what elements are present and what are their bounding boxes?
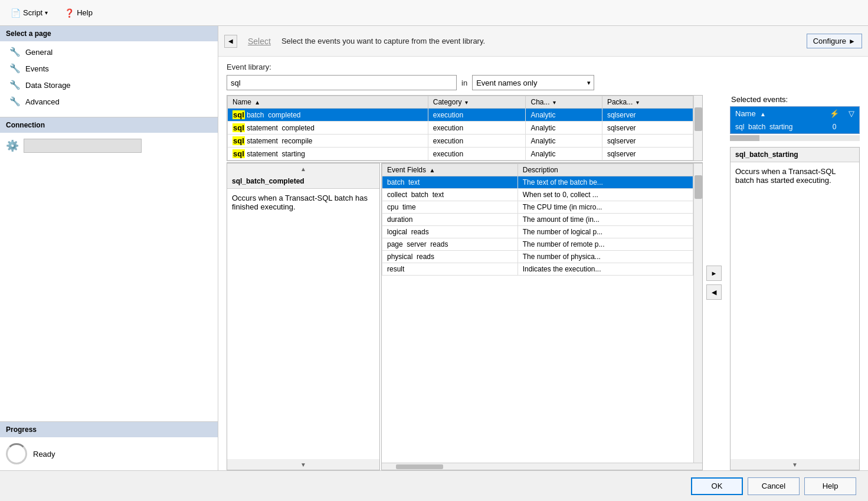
- connection-content: ⚙️: [0, 133, 218, 159]
- script-dropdown-icon[interactable]: ▾: [45, 9, 48, 16]
- fields-row[interactable]: result Indicates the execution...: [382, 263, 693, 276]
- sql-highlight: sql: [232, 149, 245, 158]
- selected-col-name[interactable]: Name ▲: [731, 107, 825, 120]
- fields-row[interactable]: collect batch text When set to 0, collec…: [382, 189, 693, 201]
- event-table-scroll-thumb[interactable]: [695, 107, 702, 131]
- fields-row[interactable]: page server reads The number of remote p…: [382, 238, 693, 251]
- fields-scrollbar-thumb[interactable]: [396, 464, 443, 469]
- in-label: in: [461, 78, 467, 87]
- configure-button[interactable]: Configure ►: [807, 34, 862, 48]
- main-split: Name ▲ Category ▾ Cha... ▾ Packa... ▾ sq…: [227, 95, 860, 470]
- back-button[interactable]: ◀: [224, 35, 237, 48]
- selected-scrollbar[interactable]: [730, 135, 860, 141]
- event-detail-name: sql_batch_completed: [227, 174, 379, 189]
- help-button[interactable]: ❓ Help: [61, 6, 96, 19]
- content-topbar: ◀ Select Select the events you want to c…: [218, 26, 868, 57]
- sql-highlight: sql: [232, 136, 245, 145]
- selected-event-name: sql_batch_starting: [731, 148, 859, 162]
- sql-highlight: sql: [232, 123, 245, 132]
- sidebar-item-advanced[interactable]: 🔧 Advanced: [0, 93, 218, 110]
- fields-scroll-thumb[interactable]: [695, 175, 702, 199]
- table-row[interactable]: sql batch completed execution Analytic s…: [228, 109, 693, 122]
- scroll-up-btn[interactable]: ▲: [227, 163, 379, 174]
- search-input[interactable]: [227, 75, 457, 90]
- col-channel[interactable]: Cha... ▾: [526, 96, 602, 109]
- fields-row[interactable]: cpu time The CPU time (in micro...: [382, 201, 693, 214]
- left-panel: Name ▲ Category ▾ Cha... ▾ Packa... ▾ sq…: [227, 95, 703, 470]
- event-library-area: Event library: in Event names only Event…: [218, 57, 868, 470]
- events-icon: 🔧: [9, 63, 21, 74]
- progress-title: Progress: [0, 422, 218, 437]
- fields-table-scrollbar[interactable]: [693, 163, 702, 463]
- selected-events-label: Selected events:: [730, 95, 860, 104]
- fields-row[interactable]: logical reads The number of logical p...: [382, 226, 693, 238]
- filter-icon: ▽: [849, 109, 854, 118]
- main-area: Select a page 🔧 General 🔧 Events 🔧 Data …: [0, 26, 868, 470]
- sidebar-item-datastorage[interactable]: 🔧 Data Storage: [0, 77, 218, 93]
- selected-event-desc: Occurs when a Transact-SQL batch has sta…: [731, 162, 859, 459]
- connection-title: Connection: [0, 117, 218, 133]
- fields-table: Event Fields ▲ Description batch text T: [382, 163, 693, 276]
- sidebar-item-label-general: General: [25, 48, 53, 57]
- toolbar: 📄 Script ▾ ❓ Help: [0, 0, 868, 26]
- filter-select-wrapper: Event names only Event names and descrip…: [472, 75, 594, 90]
- selected-scroll-down-btn[interactable]: ▼: [731, 459, 859, 470]
- sidebar-item-events[interactable]: 🔧 Events: [0, 60, 218, 77]
- help-icon: ❓: [64, 8, 74, 18]
- table-row[interactable]: sql statement starting execution Analyti…: [228, 148, 693, 161]
- event-fields-panel: Event Fields ▲ Description batch text T: [381, 163, 703, 470]
- advanced-icon: 🔧: [9, 96, 21, 107]
- arrow-left-button[interactable]: ◀: [706, 284, 722, 300]
- selected-col-filter[interactable]: ▽: [844, 107, 859, 120]
- table-row[interactable]: sql statement completed execution Analyt…: [228, 122, 693, 135]
- script-label: Script: [23, 8, 42, 17]
- description-text: Select the events you want to capture fr…: [281, 37, 801, 45]
- event-library-label: Event library:: [227, 63, 860, 71]
- connection-input: [24, 139, 142, 153]
- event-detail: ▲ sql_batch_completed Occurs when a Tran…: [227, 163, 380, 470]
- bolt-icon: ⚡: [830, 109, 839, 118]
- general-icon: 🔧: [9, 47, 21, 57]
- event-detail-content: Occurs when a Transact-SQL batch has fin…: [227, 189, 379, 459]
- content-area: ◀ Select Select the events you want to c…: [218, 26, 868, 470]
- col-name[interactable]: Name ▲: [228, 96, 428, 109]
- select-label[interactable]: Select: [243, 34, 276, 48]
- selected-event-row[interactable]: sql batch starting 0: [731, 120, 859, 133]
- selected-scrollbar-thumb[interactable]: [730, 135, 759, 141]
- progress-section: Progress Ready: [0, 421, 218, 470]
- event-table-scrollbar[interactable]: [693, 96, 702, 161]
- sql-highlight: sql: [232, 110, 245, 119]
- col-category[interactable]: Category ▾: [428, 96, 526, 109]
- sidebar-item-label-events: Events: [25, 64, 49, 73]
- fields-row[interactable]: batch text The text of the batch be...: [382, 176, 693, 189]
- footer-help-button[interactable]: Help: [804, 477, 856, 495]
- connection-section: Connection ⚙️: [0, 117, 218, 159]
- filter-select[interactable]: Event names only Event names and descrip…: [472, 75, 594, 90]
- fields-horizontal-scrollbar[interactable]: [382, 463, 702, 470]
- search-row: in Event names only Event names and desc…: [227, 75, 860, 90]
- sidebar: Select a page 🔧 General 🔧 Events 🔧 Data …: [0, 26, 218, 470]
- arrow-right-button[interactable]: ►: [706, 266, 722, 281]
- fields-col-name[interactable]: Event Fields ▲: [382, 164, 518, 176]
- sidebar-item-label-datastorage: Data Storage: [25, 81, 71, 90]
- progress-status: Ready: [33, 450, 55, 459]
- cancel-button[interactable]: Cancel: [748, 477, 800, 495]
- table-row[interactable]: sql statement recompile execution Analyt…: [228, 135, 693, 148]
- scroll-down-btn[interactable]: ▼: [227, 459, 379, 470]
- fields-row[interactable]: duration The amount of time (in...: [382, 214, 693, 226]
- help-label: Help: [77, 8, 93, 17]
- ok-button[interactable]: OK: [691, 477, 743, 495]
- selected-events-table-container: Name ▲ ⚡ ▽: [730, 106, 860, 134]
- fields-row[interactable]: physical reads The number of physica...: [382, 251, 693, 263]
- sort-icon: ▲: [760, 111, 766, 117]
- sidebar-item-general[interactable]: 🔧 General: [0, 44, 218, 60]
- progress-content: Ready: [0, 437, 218, 470]
- col-package[interactable]: Packa... ▾: [602, 96, 693, 109]
- selected-events-table: Name ▲ ⚡ ▽: [731, 107, 859, 133]
- script-icon: 📄: [11, 8, 21, 18]
- fields-col-desc[interactable]: Description: [517, 164, 693, 176]
- selected-event-desc-text: Occurs when a Transact-SQL batch has sta…: [735, 167, 836, 185]
- script-button[interactable]: 📄 Script ▾: [7, 6, 51, 19]
- right-panel: Selected events: Name ▲ ⚡: [730, 95, 860, 470]
- selected-col-bolt[interactable]: ⚡: [825, 107, 844, 120]
